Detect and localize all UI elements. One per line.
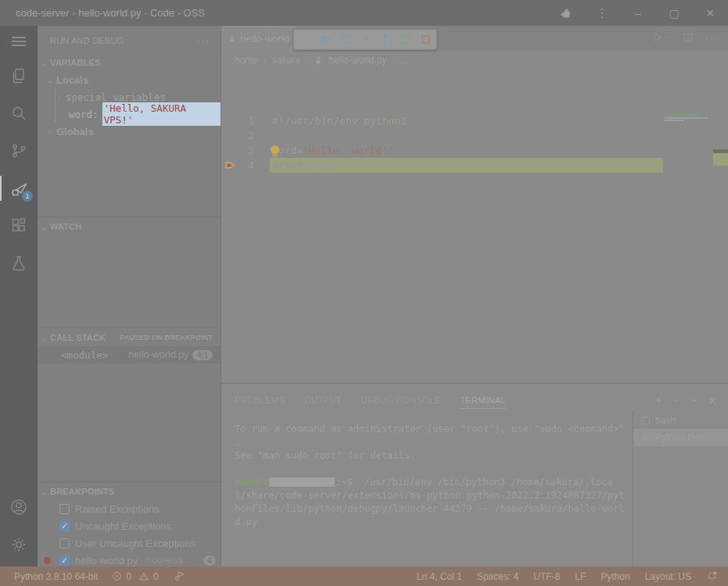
- python-interpreter-status[interactable]: Python 3.8.10 64-bit: [14, 571, 98, 582]
- breakpoint-row[interactable]: Uncaught Exceptions: [38, 517, 221, 534]
- tab-output[interactable]: OUTPUT: [304, 395, 342, 409]
- section-divider: [38, 481, 221, 482]
- source-control-icon[interactable]: [0, 132, 38, 170]
- status-bar: Python 3.8.10 64-bit 0 0 Ln 4,: [0, 566, 728, 586]
- settings-gear-icon[interactable]: [0, 526, 38, 563]
- editor-group: hello-world: [221, 26, 728, 383]
- checkbox[interactable]: [59, 538, 70, 548]
- terminal-item-bash[interactable]: bash: [633, 412, 728, 429]
- tab-debug-console[interactable]: DEBUG CONSOLE: [361, 395, 440, 409]
- tab-problems[interactable]: PROBLEMS: [235, 395, 285, 409]
- code-server-window: code-server - hello-world.py - Code - OS…: [0, 0, 728, 586]
- restart-icon[interactable]: [396, 30, 415, 49]
- breadcrumb-separator: ›: [392, 55, 395, 65]
- section-divider: [38, 327, 221, 328]
- tree-item-word-variable[interactable]: word: 'Hello, SAKURA VPS!': [38, 105, 221, 123]
- tab-hello-world[interactable]: hello-world: [221, 26, 296, 51]
- overview-ruler-current-line-mark: [713, 153, 728, 166]
- breakpoint-file-path: /home/sa...: [144, 555, 190, 566]
- language-mode-status[interactable]: Python: [601, 571, 629, 582]
- minimize-button[interactable]: –: [620, 0, 656, 26]
- extensions-puzzle-icon[interactable]: [548, 0, 584, 26]
- code-line-4: 4 print(word): [221, 158, 728, 173]
- account-icon[interactable]: [0, 488, 38, 526]
- run-python-file-button[interactable]: [651, 30, 672, 44]
- step-over-icon[interactable]: [335, 30, 354, 49]
- close-button[interactable]: ✕: [692, 0, 728, 26]
- checkbox[interactable]: [59, 521, 70, 531]
- breakpoints-section-header[interactable]: ⌄ BREAKPOINTS: [38, 483, 221, 500]
- close-panel-icon[interactable]: ✕: [708, 395, 717, 406]
- step-out-icon[interactable]: [376, 30, 395, 49]
- continue-icon[interactable]: [316, 30, 335, 49]
- call-stack-frame-row[interactable]: <module> hello-world.py 4:1: [38, 346, 221, 363]
- title-bar: code-server - hello-world.py - Code - OS…: [0, 0, 728, 26]
- tree-item-globals[interactable]: › Globals: [38, 123, 221, 140]
- panel-tab-bar: PROBLEMS OUTPUT DEBUG CONSOLE TERMINAL: [235, 395, 506, 409]
- new-terminal-icon[interactable]: +: [654, 394, 662, 407]
- menu-hamburger-icon[interactable]: [0, 26, 38, 57]
- step-into-icon[interactable]: [356, 30, 375, 49]
- notifications-bell-icon[interactable]: [706, 570, 718, 582]
- code-area[interactable]: 1 #!/usr/bin/env python3 2 3 word='Hello…: [221, 69, 728, 383]
- chevron-right-icon: ›: [44, 127, 56, 136]
- breakpoint-row[interactable]: hello-world.py /home/sa... 4: [38, 552, 221, 566]
- terminal-item-python-debug[interactable]: Python Deb...: [633, 429, 728, 446]
- terminal-dropdown-chevron-icon[interactable]: [672, 397, 680, 405]
- tab-terminal[interactable]: TERMINAL: [460, 395, 506, 409]
- extensions-icon[interactable]: [0, 207, 38, 245]
- editor-actions: ···: [651, 30, 720, 44]
- breadcrumb[interactable]: home › sakura › hello-world.py › ...: [221, 51, 728, 69]
- terminal-icon: [640, 416, 651, 426]
- terminal-prompt-line: sakura:~$ /usr/bin/env /bin/python3 /hom…: [235, 476, 612, 489]
- more-menu-icon[interactable]: ⋮: [584, 0, 620, 26]
- debug-current-line-arrow-icon[interactable]: [224, 160, 236, 170]
- minimap-line-mark: [665, 120, 684, 121]
- toolbar-drag-handle[interactable]: [296, 30, 314, 49]
- breakpoint-row[interactable]: User Uncaught Exceptions: [38, 534, 221, 552]
- cursor-position-status[interactable]: Ln 4, Col 1: [417, 571, 462, 582]
- split-editor-icon[interactable]: [682, 31, 694, 44]
- chevron-down-icon: [664, 34, 672, 41]
- problems-status[interactable]: 0 0: [112, 571, 158, 582]
- explorer-icon[interactable]: [0, 57, 38, 95]
- warning-icon: [138, 571, 149, 581]
- minimap-line-mark: [665, 113, 698, 116]
- breakpoint-line-badge: 4: [203, 556, 216, 566]
- maximize-button[interactable]: ▢: [656, 0, 692, 26]
- chevron-right-icon: ›: [53, 93, 66, 102]
- checkbox[interactable]: [59, 556, 70, 566]
- checkbox[interactable]: [59, 504, 70, 514]
- chevron-down-icon: ⌄: [44, 76, 56, 84]
- activity-bar: 1: [0, 26, 38, 566]
- chevron-down-icon: ⌄: [38, 59, 50, 67]
- eol-status[interactable]: LF: [575, 571, 586, 582]
- terminal-instance-list: bash Python Deb...: [633, 412, 728, 566]
- tree-item-locals[interactable]: ⌄ Locals: [38, 71, 221, 88]
- chevron-down-icon: ⌄: [38, 223, 50, 231]
- breakpoint-row[interactable]: Raised Exceptions: [38, 500, 221, 517]
- lightbulb-code-action-icon[interactable]: [271, 145, 279, 154]
- sidebar-title: RUN AND DEBUG: [50, 36, 124, 45]
- maximize-panel-icon[interactable]: [689, 396, 698, 406]
- debug-status-icon[interactable]: [173, 570, 185, 582]
- sidebar-more-icon[interactable]: ···: [196, 34, 210, 47]
- variables-section-header[interactable]: ⌄ VARIABLES: [38, 54, 221, 71]
- encoding-status[interactable]: UTF-8: [533, 571, 560, 582]
- run-and-debug-icon[interactable]: 1: [0, 170, 38, 207]
- chevron-down-icon: ⌄: [38, 488, 50, 496]
- watch-section-header[interactable]: ⌄ WATCH: [38, 218, 221, 235]
- testing-beaker-icon[interactable]: [0, 245, 38, 282]
- paused-on-breakpoint-status: PAUSED ON BREAKPOINT: [120, 334, 213, 341]
- stop-icon[interactable]: [416, 30, 435, 49]
- breakpoint-dot-icon: [44, 557, 51, 564]
- search-icon[interactable]: [0, 95, 38, 132]
- editor-more-actions-icon[interactable]: ···: [705, 31, 720, 44]
- window-title: code-server - hello-world.py - Code - OS…: [16, 7, 205, 19]
- python-file-icon: [228, 34, 235, 44]
- keyboard-layout-status[interactable]: Layout: US: [645, 571, 691, 582]
- call-stack-section-header[interactable]: ⌄ CALL STACK PAUSED ON BREAKPOINT: [38, 329, 221, 346]
- indentation-status[interactable]: Spaces: 4: [477, 571, 518, 582]
- error-icon: [112, 571, 122, 581]
- code-line-1: 1 #!/usr/bin/env python3: [221, 113, 728, 128]
